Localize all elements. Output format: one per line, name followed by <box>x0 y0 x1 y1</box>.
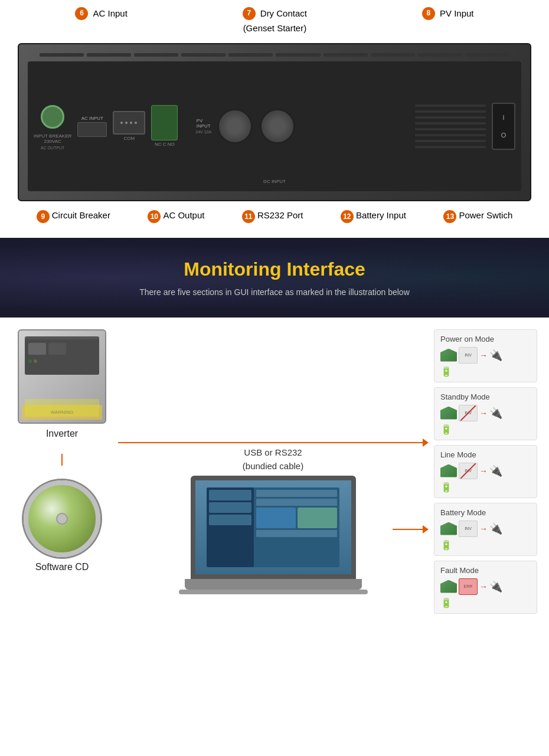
power-switch-label: Power Swtich <box>459 210 512 220</box>
solar-panel-icon <box>440 580 457 593</box>
solar-panel-icon <box>440 407 457 420</box>
screen-content <box>195 480 351 574</box>
connection-label-box: USB or RS232(bundied cable) <box>240 443 306 476</box>
battery-icon: 🔋 <box>440 424 452 434</box>
plug-icon: 🔌 <box>489 580 502 593</box>
cd-device: Software CD <box>24 480 100 572</box>
screen-row <box>256 499 336 506</box>
top-callouts: 6 AC Input 7 Dry Contact (Genset Starter… <box>0 0 549 37</box>
dry-contact-text: Dry Contact <box>260 8 307 19</box>
badge-9: 9 <box>37 210 50 223</box>
connection-label: USB or RS232(bundied cable) <box>243 446 303 473</box>
bottom-callouts: 9 Circuit Breaker 10 AC Output 11 RS232 … <box>0 207 549 229</box>
plug-icon: 🔌 <box>489 464 502 477</box>
screen-sidebar-item <box>209 515 251 525</box>
battery-mode-card: Battery Mode INV → 🔌 🔋 <box>434 503 537 556</box>
cd-label: Software CD <box>35 562 89 572</box>
badge-6: 6 <box>75 7 88 20</box>
ac-output-label: AC Output <box>163 210 204 220</box>
dc-knob-2 <box>260 109 295 144</box>
battery-icon: 🔋 <box>440 482 452 492</box>
monitoring-section: Monitoring Interface There are five sect… <box>0 238 549 318</box>
battery-icon: 🔋 <box>440 366 452 377</box>
battery-mode-diagram: INV → 🔌 <box>440 521 531 537</box>
battery-icon: 🔋 <box>440 540 452 550</box>
solar-panel-icon <box>440 349 457 362</box>
dc-knob-1 <box>217 109 253 144</box>
monitoring-title: Monitoring Interface <box>12 258 537 280</box>
laptop-image <box>179 476 368 606</box>
dry-contact-subtext: (Genset Starter) <box>243 22 307 34</box>
callout-ac-input-label: 6 AC Input <box>75 7 127 20</box>
solar-panel-icon <box>440 522 457 535</box>
callout-ac-output: 10 AC Output <box>148 210 204 223</box>
callout-dry-contact-label: 7 Dry Contact (Genset Starter) <box>243 7 307 34</box>
inverter-icon: INV <box>459 521 478 537</box>
flow-arrow-icon: → <box>479 466 488 476</box>
diagram-section: WARNING Inverter Software CD USB or RS23… <box>0 318 549 626</box>
callout-pv-input: 8 PV Input <box>422 7 474 34</box>
power-on-mode-card: Power on Mode INV → 🔌 🔋 <box>434 329 537 382</box>
battery-icon: 🔋 <box>440 598 452 608</box>
battery-mode-title: Battery Mode <box>440 508 531 517</box>
inverter-icon: INV <box>459 463 478 479</box>
plug-icon: 🔌 <box>489 349 502 362</box>
circuit-breaker-label: Circuit Breaker <box>52 210 110 220</box>
inverter-icon: ERR <box>459 578 478 595</box>
callout-circuit-breaker: 9 Circuit Breaker <box>37 210 110 223</box>
rs232-label: RS232 Port <box>257 210 303 220</box>
cd-image <box>24 480 100 557</box>
plug-icon: 🔌 <box>489 522 502 535</box>
standby-mode-card: Standby Mode INV → 🔌 🔋 <box>434 387 537 440</box>
callout-dry-contact: 7 Dry Contact (Genset Starter) <box>243 7 307 34</box>
screen-sidebar-item <box>209 502 251 513</box>
screen-ui <box>207 487 339 567</box>
fault-mode-title: Fault Mode <box>440 566 531 575</box>
badge-7: 7 <box>243 7 256 20</box>
flow-arrow-icon: → <box>479 351 488 360</box>
inverter-device: WARNING Inverter <box>18 329 106 439</box>
screen-main <box>254 487 339 567</box>
inverter-icon: INV <box>459 347 478 364</box>
terminal-block-visual <box>151 105 178 140</box>
flow-arrow-icon: → <box>479 408 488 418</box>
inverter-image: WARNING <box>18 329 106 424</box>
standby-mode-title: Standby Mode <box>440 392 531 401</box>
circuit-breaker-visual <box>41 105 64 129</box>
ac-input-text: AC Input <box>93 8 127 19</box>
power-on-mode-diagram: INV → 🔌 <box>440 347 531 364</box>
screen-sidebar <box>207 487 254 567</box>
mode-cards: Power on Mode INV → 🔌 🔋 Standby Mode INV <box>434 329 537 614</box>
hardware-section: 6 AC Input 7 Dry Contact (Genset Starter… <box>0 0 549 238</box>
left-devices: WARNING Inverter Software CD <box>12 329 112 614</box>
power-switch-visual: I O <box>492 103 515 150</box>
power-on-mode-title: Power on Mode <box>440 335 531 343</box>
callout-rs232: 11 RS232 Port <box>242 210 303 223</box>
screen-row <box>256 530 336 537</box>
standby-mode-diagram: INV → 🔌 <box>440 405 531 421</box>
badge-13: 13 <box>443 210 456 223</box>
solar-panel-icon <box>440 464 457 477</box>
line-mode-card: Line Mode INV → 🔌 🔋 <box>434 445 537 498</box>
callout-battery-input: 12 Battery Input <box>341 210 406 223</box>
badge-8: 8 <box>422 7 435 20</box>
inverter-icon: INV <box>459 405 478 421</box>
callout-power-switch: 13 Power Swtich <box>443 210 512 223</box>
device-inner: INPUT BREAKER230VAC AC OUTPUT AC INPUT <box>28 61 521 191</box>
screen-sidebar-item <box>209 490 251 500</box>
inverter-label: Inverter <box>46 428 78 439</box>
callout-ac-input: 6 AC Input <box>75 7 127 34</box>
laptop-foot <box>179 590 368 594</box>
device-image: INPUT BREAKER230VAC AC OUTPUT AC INPUT <box>18 43 531 201</box>
plug-icon: 🔌 <box>489 407 502 420</box>
battery-input-label: Battery Input <box>356 210 406 220</box>
line-mode-title: Line Mode <box>440 450 531 459</box>
flow-arrow-icon: → <box>479 524 488 534</box>
cd-hole <box>56 513 68 525</box>
badge-11: 11 <box>242 210 255 223</box>
monitoring-subtitle: There are five sections in GUI interface… <box>12 287 537 297</box>
fault-mode-card: Fault Mode ERR → 🔌 🔋 <box>434 561 537 614</box>
screen-row <box>256 490 336 497</box>
line-mode-diagram: INV → 🔌 <box>440 463 531 479</box>
fault-mode-diagram: ERR → 🔌 <box>440 578 531 595</box>
